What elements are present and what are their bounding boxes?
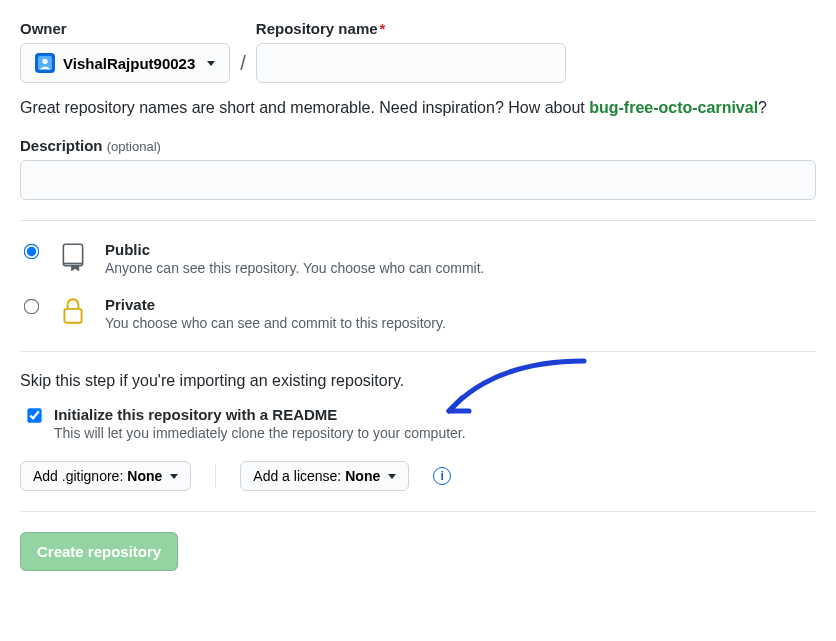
skip-text: Skip this step if you're importing an ex… <box>20 372 816 390</box>
license-select[interactable]: Add a license: None <box>240 461 409 491</box>
public-title: Public <box>105 241 485 258</box>
owner-value: VishalRajput90023 <box>63 55 195 72</box>
initialize-title: Initialize this repository with a README <box>54 406 466 423</box>
caret-down-icon <box>388 474 396 479</box>
repo-public-icon <box>59 241 87 274</box>
private-desc: You choose who can see and commit to thi… <box>105 315 446 331</box>
lock-icon <box>59 296 87 329</box>
owner-label: Owner <box>20 20 230 37</box>
repo-name-input[interactable] <box>256 43 566 83</box>
description-input[interactable] <box>20 160 816 200</box>
svg-point-1 <box>42 59 47 64</box>
avatar <box>35 53 55 73</box>
initialize-checkbox[interactable] <box>27 408 41 422</box>
separator-slash: / <box>240 52 246 83</box>
initialize-desc: This will let you immediately clone the … <box>54 425 466 441</box>
description-label: Description (optional) <box>20 137 816 154</box>
divider <box>215 464 216 488</box>
private-radio[interactable] <box>24 299 40 315</box>
private-title: Private <box>105 296 446 313</box>
svg-rect-2 <box>64 309 81 323</box>
suggestion-link[interactable]: bug-free-octo-carnival <box>589 99 758 116</box>
owner-select[interactable]: VishalRajput90023 <box>20 43 230 83</box>
repo-name-label: Repository name* <box>256 20 566 37</box>
caret-down-icon <box>207 61 215 66</box>
gitignore-select[interactable]: Add .gitignore: None <box>20 461 191 491</box>
name-hint: Great repository names are short and mem… <box>20 99 816 117</box>
caret-down-icon <box>170 474 178 479</box>
public-radio[interactable] <box>24 244 40 260</box>
public-desc: Anyone can see this repository. You choo… <box>105 260 485 276</box>
create-repository-button[interactable]: Create repository <box>20 532 178 571</box>
info-icon[interactable]: i <box>433 467 451 485</box>
